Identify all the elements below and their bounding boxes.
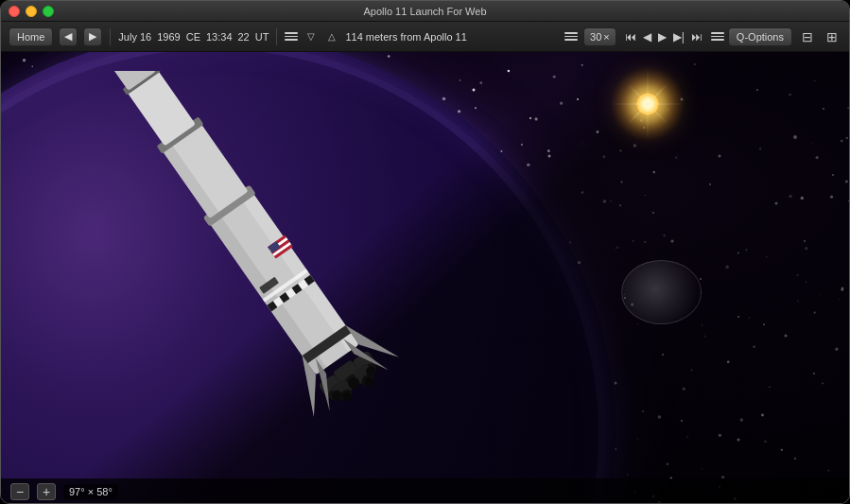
toolbar: Home ◀ ▶ July 16 1969 CE 13:34 22 UT ▽ △… — [1, 22, 849, 52]
playback-controls: ⏮ ◀ ▶ ▶| ⏭ — [622, 29, 705, 44]
epoch-display: CE — [186, 31, 200, 43]
main-viewport[interactable]: − + 97° × 58° — [1, 52, 850, 504]
time-display: 13:34 — [206, 31, 233, 43]
zoom-value: 30 — [590, 31, 601, 43]
nav-forward-button[interactable]: ▶ — [83, 27, 102, 46]
arrow-right-icon: ▶ — [89, 30, 96, 43]
titlebar: Apollo 11 Launch For Web — [1, 1, 849, 22]
traffic-lights — [9, 6, 54, 17]
statusbar: − + 97° × 58° — [1, 478, 850, 504]
minus-icon: − — [16, 485, 24, 498]
maximize-button[interactable] — [43, 6, 54, 17]
window-fullscreen-icon[interactable]: ⊞ — [823, 27, 841, 46]
menu-icon[interactable] — [285, 32, 298, 41]
zoom-in-button[interactable]: + — [37, 483, 56, 500]
window-title: Apollo 11 Launch For Web — [363, 6, 486, 17]
settings-menu-icon[interactable] — [711, 32, 724, 41]
plus-icon: + — [43, 485, 50, 498]
step-back-button[interactable]: ◀ — [640, 29, 654, 44]
nav-back-button[interactable]: ◀ — [59, 27, 78, 46]
app-window: Apollo 11 Launch For Web Home ◀ ▶ July 1… — [0, 0, 850, 504]
window-minimize-icon[interactable]: ⊟ — [798, 27, 817, 46]
rewind-button[interactable]: ⏮ — [622, 29, 639, 44]
year-display: 1969 — [157, 31, 180, 43]
right-menu-icon[interactable] — [564, 32, 578, 41]
step-forward-button[interactable]: ▶| — [670, 29, 687, 44]
play-button[interactable]: ▶ — [655, 29, 669, 44]
va-icon[interactable]: ▽ — [304, 29, 319, 43]
distance-display: 114 meters from Apollo 11 — [345, 31, 466, 43]
date-display: July 16 — [118, 31, 151, 43]
sun-ray-4 — [610, 104, 685, 105]
separator-1 — [110, 28, 111, 45]
time-offset-display: 22 — [238, 31, 250, 43]
arrow-left-icon: ◀ — [64, 30, 72, 43]
svg-rect-0 — [207, 190, 359, 375]
fast-forward-button[interactable]: ⏭ — [688, 29, 705, 44]
timezone-display: UT — [255, 31, 269, 43]
lens-flare-disc — [621, 260, 702, 324]
zoom-out-button[interactable]: − — [10, 483, 29, 500]
saturn-v-rocket — [1, 71, 616, 504]
q-options-button[interactable]: Q-Options — [728, 27, 792, 46]
toolbar-right: 30 × ⏮ ◀ ▶ ▶| ⏭ Q-Options ⊟ — [564, 27, 841, 46]
close-button[interactable] — [9, 6, 20, 17]
home-button[interactable]: Home — [9, 27, 53, 46]
triangle-icon[interactable]: △ — [324, 29, 339, 43]
fov-display: 97° × 58° — [63, 484, 118, 499]
minimize-button[interactable] — [26, 6, 37, 17]
zoom-control[interactable]: 30 × — [583, 27, 616, 46]
separator-2 — [276, 28, 277, 45]
zoom-unit: × — [603, 31, 609, 43]
